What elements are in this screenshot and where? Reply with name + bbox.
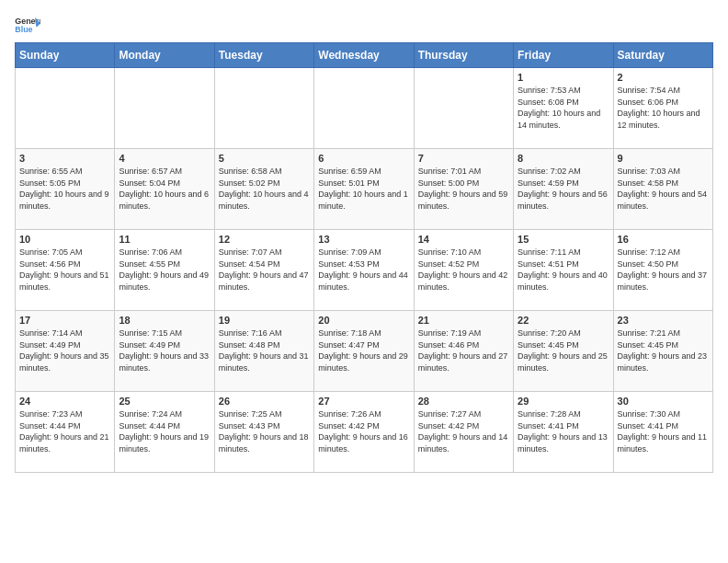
calendar-cell: 8Sunrise: 7:02 AM Sunset: 4:59 PM Daylig… [514, 149, 613, 230]
day-info: Sunrise: 7:06 AM Sunset: 4:55 PM Dayligh… [119, 247, 210, 293]
day-info: Sunrise: 7:05 AM Sunset: 4:56 PM Dayligh… [19, 247, 110, 293]
calendar-cell: 1Sunrise: 7:53 AM Sunset: 6:08 PM Daylig… [514, 68, 613, 149]
day-number: 14 [418, 234, 509, 245]
calendar-cell: 15Sunrise: 7:11 AM Sunset: 4:51 PM Dayli… [514, 230, 613, 311]
calendar-cell: 18Sunrise: 7:15 AM Sunset: 4:49 PM Dayli… [115, 311, 214, 392]
day-number: 11 [119, 234, 210, 245]
day-number: 12 [219, 234, 310, 245]
day-info: Sunrise: 7:53 AM Sunset: 6:08 PM Dayligh… [518, 85, 609, 131]
calendar-cell: 5Sunrise: 6:58 AM Sunset: 5:02 PM Daylig… [214, 149, 313, 230]
day-number: 2 [618, 72, 709, 83]
calendar-cell: 26Sunrise: 7:25 AM Sunset: 4:43 PM Dayli… [214, 392, 313, 473]
day-info: Sunrise: 7:20 AM Sunset: 4:45 PM Dayligh… [518, 327, 609, 373]
calendar-cell: 20Sunrise: 7:18 AM Sunset: 4:47 PM Dayli… [314, 311, 414, 392]
calendar-cell: 28Sunrise: 7:27 AM Sunset: 4:42 PM Dayli… [414, 392, 513, 473]
day-number: 1 [518, 72, 609, 83]
day-info: Sunrise: 7:28 AM Sunset: 4:41 PM Dayligh… [518, 408, 609, 454]
day-info: Sunrise: 6:59 AM Sunset: 5:01 PM Dayligh… [318, 166, 409, 212]
day-number: 27 [318, 396, 409, 407]
day-info: Sunrise: 7:03 AM Sunset: 4:58 PM Dayligh… [618, 166, 709, 212]
day-number: 5 [219, 153, 310, 164]
day-number: 28 [418, 396, 509, 407]
weekday-header-row: SundayMondayTuesdayWednesdayThursdayFrid… [16, 43, 713, 68]
day-number: 4 [119, 153, 210, 164]
calendar-cell: 10Sunrise: 7:05 AM Sunset: 4:56 PM Dayli… [16, 230, 115, 311]
calendar-cell [115, 68, 214, 149]
calendar-body: 1Sunrise: 7:53 AM Sunset: 6:08 PM Daylig… [16, 68, 713, 473]
calendar-cell: 7Sunrise: 7:01 AM Sunset: 5:00 PM Daylig… [414, 149, 513, 230]
weekday-header-monday: Monday [115, 43, 214, 68]
day-info: Sunrise: 6:58 AM Sunset: 5:02 PM Dayligh… [219, 166, 310, 212]
day-info: Sunrise: 7:16 AM Sunset: 4:48 PM Dayligh… [219, 327, 310, 373]
calendar-cell: 23Sunrise: 7:21 AM Sunset: 4:45 PM Dayli… [613, 311, 712, 392]
day-number: 19 [219, 315, 310, 326]
logo: General Blue [15, 15, 40, 35]
day-info: Sunrise: 7:21 AM Sunset: 4:45 PM Dayligh… [618, 327, 709, 373]
day-info: Sunrise: 7:25 AM Sunset: 4:43 PM Dayligh… [219, 408, 310, 454]
day-info: Sunrise: 7:18 AM Sunset: 4:47 PM Dayligh… [318, 327, 409, 373]
calendar-cell: 14Sunrise: 7:10 AM Sunset: 4:52 PM Dayli… [414, 230, 513, 311]
day-info: Sunrise: 7:24 AM Sunset: 4:44 PM Dayligh… [119, 408, 210, 454]
day-info: Sunrise: 7:54 AM Sunset: 6:06 PM Dayligh… [618, 85, 709, 131]
week-row-1: 3Sunrise: 6:55 AM Sunset: 5:05 PM Daylig… [16, 149, 713, 230]
calendar-cell [314, 68, 414, 149]
calendar-cell: 24Sunrise: 7:23 AM Sunset: 4:44 PM Dayli… [16, 392, 115, 473]
day-number: 17 [19, 315, 110, 326]
day-number: 21 [418, 315, 509, 326]
day-info: Sunrise: 7:01 AM Sunset: 5:00 PM Dayligh… [418, 166, 509, 212]
weekday-header-wednesday: Wednesday [314, 43, 414, 68]
day-number: 29 [518, 396, 609, 407]
logo-icon: General Blue [15, 15, 40, 35]
day-info: Sunrise: 7:14 AM Sunset: 4:49 PM Dayligh… [19, 327, 110, 373]
day-number: 9 [618, 153, 709, 164]
calendar-cell: 4Sunrise: 6:57 AM Sunset: 5:04 PM Daylig… [115, 149, 214, 230]
day-number: 22 [518, 315, 609, 326]
calendar-cell: 22Sunrise: 7:20 AM Sunset: 4:45 PM Dayli… [514, 311, 613, 392]
calendar-cell: 17Sunrise: 7:14 AM Sunset: 4:49 PM Dayli… [16, 311, 115, 392]
day-number: 15 [518, 234, 609, 245]
weekday-header-sunday: Sunday [16, 43, 115, 68]
day-number: 26 [219, 396, 310, 407]
calendar-cell [16, 68, 115, 149]
weekday-header-tuesday: Tuesday [214, 43, 313, 68]
day-info: Sunrise: 7:23 AM Sunset: 4:44 PM Dayligh… [19, 408, 110, 454]
day-info: Sunrise: 6:57 AM Sunset: 5:04 PM Dayligh… [119, 166, 210, 212]
calendar-cell: 11Sunrise: 7:06 AM Sunset: 4:55 PM Dayli… [115, 230, 214, 311]
day-info: Sunrise: 6:55 AM Sunset: 5:05 PM Dayligh… [19, 166, 110, 212]
calendar-cell: 21Sunrise: 7:19 AM Sunset: 4:46 PM Dayli… [414, 311, 513, 392]
day-info: Sunrise: 7:15 AM Sunset: 4:49 PM Dayligh… [119, 327, 210, 373]
week-row-4: 24Sunrise: 7:23 AM Sunset: 4:44 PM Dayli… [16, 392, 713, 473]
day-number: 18 [119, 315, 210, 326]
day-info: Sunrise: 7:26 AM Sunset: 4:42 PM Dayligh… [318, 408, 409, 454]
calendar-cell [214, 68, 313, 149]
day-info: Sunrise: 7:09 AM Sunset: 4:53 PM Dayligh… [318, 247, 409, 293]
day-info: Sunrise: 7:27 AM Sunset: 4:42 PM Dayligh… [418, 408, 509, 454]
calendar-cell: 25Sunrise: 7:24 AM Sunset: 4:44 PM Dayli… [115, 392, 214, 473]
calendar-cell: 9Sunrise: 7:03 AM Sunset: 4:58 PM Daylig… [613, 149, 712, 230]
svg-text:Blue: Blue [15, 25, 32, 34]
calendar-cell: 12Sunrise: 7:07 AM Sunset: 4:54 PM Dayli… [214, 230, 313, 311]
week-row-3: 17Sunrise: 7:14 AM Sunset: 4:49 PM Dayli… [16, 311, 713, 392]
day-info: Sunrise: 7:10 AM Sunset: 4:52 PM Dayligh… [418, 247, 509, 293]
weekday-header-friday: Friday [514, 43, 613, 68]
day-info: Sunrise: 7:02 AM Sunset: 4:59 PM Dayligh… [518, 166, 609, 212]
calendar-cell: 6Sunrise: 6:59 AM Sunset: 5:01 PM Daylig… [314, 149, 414, 230]
day-number: 16 [618, 234, 709, 245]
day-number: 7 [418, 153, 509, 164]
calendar-table: SundayMondayTuesdayWednesdayThursdayFrid… [15, 42, 713, 473]
day-number: 30 [618, 396, 709, 407]
day-info: Sunrise: 7:19 AM Sunset: 4:46 PM Dayligh… [418, 327, 509, 373]
day-number: 23 [618, 315, 709, 326]
calendar-cell: 29Sunrise: 7:28 AM Sunset: 4:41 PM Dayli… [514, 392, 613, 473]
calendar-cell: 19Sunrise: 7:16 AM Sunset: 4:48 PM Dayli… [214, 311, 313, 392]
day-number: 13 [318, 234, 409, 245]
day-number: 3 [19, 153, 110, 164]
week-row-0: 1Sunrise: 7:53 AM Sunset: 6:08 PM Daylig… [16, 68, 713, 149]
calendar-cell: 3Sunrise: 6:55 AM Sunset: 5:05 PM Daylig… [16, 149, 115, 230]
day-number: 25 [119, 396, 210, 407]
calendar-cell [414, 68, 513, 149]
day-number: 6 [318, 153, 409, 164]
week-row-2: 10Sunrise: 7:05 AM Sunset: 4:56 PM Dayli… [16, 230, 713, 311]
day-number: 10 [19, 234, 110, 245]
weekday-header-thursday: Thursday [414, 43, 513, 68]
